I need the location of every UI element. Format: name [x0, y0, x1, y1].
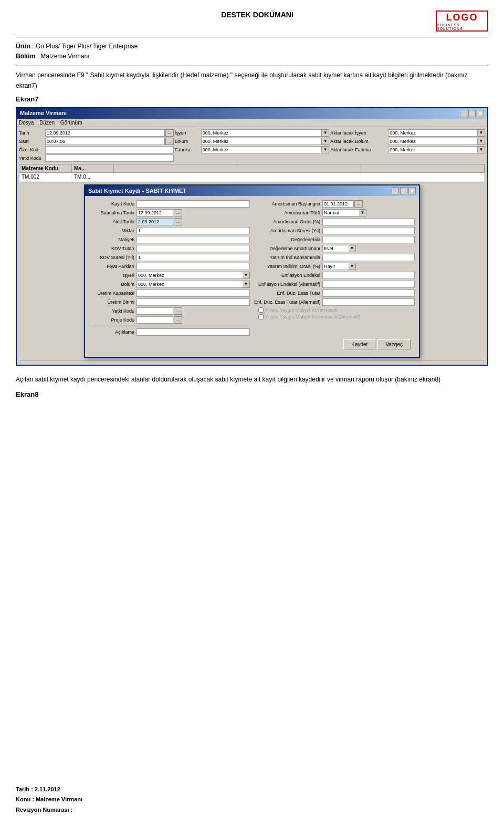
amort-orani-input[interactable] — [322, 218, 415, 225]
info-row-isyeri: İşyeri 000, Merkez ▼ — [175, 129, 330, 137]
tarih-label: Tarih — [19, 130, 45, 136]
maliyeti-input[interactable] — [136, 236, 250, 243]
yetki-kodu-btn[interactable]: ... — [174, 307, 182, 315]
isyeri-dropdown[interactable]: ▼ — [322, 129, 329, 137]
field-amort-orani: Amortisman Oranı (%) — [254, 218, 415, 225]
yetki-kodu-value — [45, 154, 174, 162]
footer-konu-value: : Malzeme Virmanı — [32, 796, 82, 802]
yetki-kodu-label: Yetki Kodu — [19, 156, 45, 161]
bolum-dropdown[interactable]: ▼ — [322, 138, 329, 145]
uretim-kapasitesi-input[interactable] — [136, 290, 250, 297]
footer-tarih: Tarih : 2.11.2012 — [16, 784, 82, 795]
product-info: Ürün : Go Plus/ Tiger Plus/ Tiger Enterp… — [16, 42, 488, 61]
field-bolum-d: Bölüm ▼ — [89, 281, 250, 288]
close-btn[interactable]: ✕ — [477, 110, 484, 117]
proje-kodu-btn[interactable]: ... — [174, 316, 182, 324]
outer-app-window: Malzeme Virmanı _ □ ✕ Dosya Düzen Görünü… — [16, 107, 488, 366]
enflasyon-endeksi-input[interactable] — [322, 272, 415, 279]
dialog-close-btn[interactable]: ✕ — [408, 187, 416, 194]
degerleme-amort-input[interactable] — [322, 245, 349, 252]
bolum-d-input[interactable] — [136, 281, 243, 288]
degerleme-amort-dropdown[interactable]: ▼ — [349, 245, 356, 252]
document-title: DESTEK DOKÜMANI — [79, 11, 436, 19]
checkbox-yillar-alt-input[interactable] — [258, 314, 264, 319]
enflasyon-endeksi-label: Enflasyon Endeksi — [254, 273, 322, 278]
bolum-d-dropdown[interactable]: ▼ — [243, 281, 250, 288]
fabrika-dropdown[interactable]: ▼ — [322, 146, 329, 153]
menu-view[interactable]: Görünüm — [60, 120, 82, 126]
yetki-kodu-d-input[interactable] — [136, 307, 173, 315]
kdv-tutari-input[interactable] — [136, 245, 250, 252]
grid-header: Malzeme Kodu Ma... — [19, 164, 485, 173]
isyeri-d-input[interactable] — [136, 272, 243, 279]
aktif-tarihi-input[interactable] — [136, 218, 173, 225]
amort-turu-dropdown[interactable]: ▼ — [359, 209, 366, 216]
minimize-btn[interactable]: _ — [460, 110, 467, 117]
cell-empty2 — [237, 173, 361, 181]
vazgec-button[interactable]: Vazgeç — [377, 339, 411, 349]
checkbox-yillar-input[interactable] — [258, 307, 264, 313]
footer-tarih-value: : 2.11.2012 — [31, 786, 60, 792]
amort-orani-label: Amortisman Oranı (%) — [254, 219, 322, 224]
saat-btn[interactable]: ... — [165, 138, 174, 145]
field-kdv-tutari: KDV Tutarı — [89, 245, 250, 252]
checkbox-yillar-alt: Yıllara Yaygın Maliyet Kullanılacak (Alt… — [258, 314, 415, 319]
amort-baslangic-label: Amortisman Başlangıcı — [254, 201, 322, 206]
akt-bolum-dropdown[interactable]: ▼ — [478, 138, 485, 145]
aciklama-input[interactable] — [136, 328, 250, 336]
uretim-birimi-input[interactable] — [136, 298, 250, 306]
yatirim-indirimi-input[interactable] — [322, 263, 349, 270]
miktar-label: Miktar — [89, 228, 136, 233]
field-enflasyon-endeksi: Enflasyon Endeksi — [254, 272, 415, 279]
menu-edit[interactable]: Düzen — [39, 120, 55, 126]
akt-fabrika-dropdown[interactable]: ▼ — [478, 146, 485, 153]
footer-konu-label: Konu — [16, 796, 30, 802]
field-yetki-kodu-d: Yetki Kodu ... — [89, 307, 250, 315]
dialog-footer: Kaydet Vazgeç — [89, 337, 415, 353]
fiyat-farklari-input[interactable] — [136, 263, 250, 270]
yatirim-indirimi-dropdown[interactable]: ▼ — [349, 263, 356, 270]
bolum-value: : Malzeme Virmanı — [37, 53, 90, 60]
field-amort-suresi: Amortisman Süresi (Yıl) — [254, 227, 415, 234]
proje-kodu-label: Proje Kodu — [89, 317, 136, 323]
akt-isyeri-value: 000, Merkez — [388, 129, 478, 137]
kayit-kodu-input[interactable] — [136, 200, 250, 208]
checkbox-yillar-label: Yıllara Yaygın Maliyet Kullanılacak — [265, 307, 337, 313]
product-label: Ürün — [16, 43, 30, 50]
enf-esas-tutar-input[interactable] — [322, 290, 415, 297]
miktar-input[interactable] — [136, 227, 250, 234]
satinalma-tarihi-input[interactable] — [136, 209, 173, 216]
enf-esas-alt-input[interactable] — [322, 298, 415, 306]
footer-konu: Konu : Malzeme Virmanı — [16, 794, 82, 805]
kaydet-button[interactable]: Kaydet — [343, 339, 375, 349]
aktif-tarihi-btn[interactable]: ... — [174, 218, 182, 225]
amort-suresi-input[interactable] — [322, 227, 415, 234]
field-degerleme-amort: Değerleme Amortismanı ▼ — [254, 245, 415, 252]
yatirim-kapsam-label: Yatırım İnd.Kapsamında — [254, 255, 322, 260]
amort-baslangic-input[interactable] — [322, 200, 354, 208]
proje-kodu-input[interactable] — [136, 316, 173, 324]
dialog-maximize-btn[interactable]: □ — [400, 187, 407, 194]
menu-file[interactable]: Dosya — [19, 120, 34, 126]
dialog-overlay: Sabit Kıymet Kaydı - SABİT KIYMET _ □ ✕ … — [19, 184, 485, 358]
isyeri-value: 000, Merkez — [201, 129, 322, 137]
yatirim-kapsam-input[interactable] — [322, 254, 415, 261]
col-malzeme-kodu: Malzeme Kodu — [19, 164, 72, 172]
akt-isyeri-dropdown[interactable]: ▼ — [478, 129, 485, 137]
bolum-f-label: Bölüm — [175, 139, 201, 144]
maximize-btn[interactable]: □ — [468, 110, 476, 117]
degerlenebilir-input[interactable] — [322, 236, 415, 243]
enflasyon-alt-input[interactable] — [322, 281, 415, 288]
amort-baslangic-btn[interactable]: ... — [354, 200, 363, 208]
amort-turu-input[interactable] — [322, 209, 359, 216]
checkbox-yillar-yayin: Yıllara Yaygın Maliyet Kullanılacak — [258, 307, 415, 313]
bottom-text-para: Açılan sabit kıymet kaydı penceresindeki… — [16, 374, 488, 385]
dialog-minimize-btn[interactable]: _ — [392, 187, 399, 194]
bolum-d-label: Bölüm — [89, 282, 136, 287]
tarih-btn[interactable]: ... — [165, 129, 174, 137]
kdv-suresi-input[interactable] — [136, 254, 250, 261]
footer-revizyon: Revizyon Numarası : — [16, 805, 82, 815]
grid-row-1[interactable]: TM.002 TM.0... — [19, 173, 485, 182]
satinalma-tarihi-btn[interactable]: ... — [174, 209, 182, 216]
isyeri-d-dropdown[interactable]: ▼ — [243, 272, 250, 279]
